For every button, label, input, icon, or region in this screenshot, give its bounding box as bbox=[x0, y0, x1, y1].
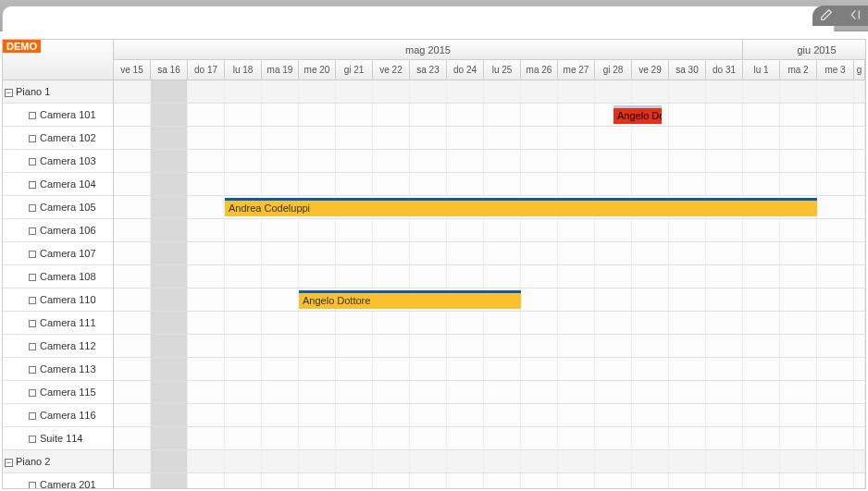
checkbox-icon[interactable] bbox=[29, 227, 36, 235]
timeline-cell[interactable] bbox=[410, 127, 447, 149]
timeline-cell[interactable] bbox=[558, 173, 595, 195]
timeline-cell[interactable] bbox=[225, 173, 262, 195]
timeline-cell[interactable] bbox=[558, 450, 595, 473]
timeline-cell[interactable] bbox=[669, 104, 706, 126]
timeline-cell[interactable] bbox=[521, 265, 558, 288]
timeline-cell[interactable] bbox=[373, 381, 410, 403]
timeline-cell[interactable] bbox=[743, 473, 780, 488]
timeline-cell[interactable] bbox=[188, 80, 225, 103]
timeline-row[interactable] bbox=[114, 219, 865, 242]
timeline-cell[interactable] bbox=[706, 265, 743, 288]
timeline-cell[interactable] bbox=[336, 312, 373, 334]
timeline-cell[interactable] bbox=[447, 150, 484, 172]
timeline-cell[interactable] bbox=[336, 427, 373, 449]
timeline-cell[interactable] bbox=[299, 127, 336, 149]
day-cell[interactable]: gi 21 bbox=[336, 60, 373, 80]
timeline-cell[interactable] bbox=[780, 450, 817, 473]
timeline-cell[interactable] bbox=[669, 312, 706, 334]
timeline-cell[interactable] bbox=[595, 80, 632, 103]
timeline-cell[interactable] bbox=[336, 80, 373, 103]
timeline-cell[interactable] bbox=[225, 288, 262, 311]
timeline-cell[interactable] bbox=[669, 450, 706, 473]
timeline-cell[interactable] bbox=[373, 404, 410, 426]
timeline-cell[interactable] bbox=[484, 242, 521, 264]
timeline-cell[interactable] bbox=[632, 404, 669, 426]
timeline-cell[interactable] bbox=[225, 473, 262, 488]
timeline-cell[interactable] bbox=[669, 265, 706, 288]
day-cell[interactable]: gi 28 bbox=[595, 60, 632, 80]
timeline-cell[interactable] bbox=[114, 335, 151, 357]
timeline-cell[interactable] bbox=[521, 404, 558, 426]
timeline-cell[interactable] bbox=[595, 127, 632, 149]
timeline-cell[interactable] bbox=[669, 80, 706, 103]
timeline-cell[interactable] bbox=[521, 219, 558, 241]
timeline-cell[interactable] bbox=[373, 242, 410, 264]
timeline-cell[interactable] bbox=[632, 219, 669, 241]
collapse-toggle-icon[interactable]: − bbox=[5, 459, 13, 467]
timeline-cell[interactable] bbox=[484, 335, 521, 357]
timeline-cell[interactable] bbox=[743, 312, 780, 334]
timeline-cell[interactable] bbox=[262, 335, 299, 357]
timeline-cell[interactable] bbox=[151, 265, 188, 288]
timeline-cell[interactable] bbox=[780, 335, 817, 357]
timeline-cell[interactable] bbox=[336, 219, 373, 241]
day-cell[interactable]: me 3 bbox=[817, 60, 854, 80]
timeline-cell[interactable] bbox=[558, 381, 595, 403]
timeline-cell[interactable] bbox=[706, 473, 743, 488]
timeline-cell[interactable] bbox=[780, 104, 817, 126]
day-cell[interactable]: sa 16 bbox=[151, 60, 188, 80]
timeline-cell[interactable] bbox=[780, 358, 817, 380]
timeline-cell[interactable] bbox=[188, 450, 225, 473]
timeline-cell[interactable] bbox=[558, 404, 595, 426]
timeline-cell[interactable] bbox=[854, 473, 865, 488]
resource-group[interactable]: −Piano 1 bbox=[3, 80, 113, 104]
day-cell[interactable]: ve 22 bbox=[373, 60, 410, 80]
timeline-cell[interactable] bbox=[225, 335, 262, 357]
timeline-cell[interactable] bbox=[225, 150, 262, 172]
timeline-row[interactable] bbox=[114, 242, 865, 265]
timeline-cell[interactable] bbox=[817, 104, 854, 126]
booking-event[interactable]: Andrea Codeluppi bbox=[225, 198, 817, 216]
timeline-cell[interactable] bbox=[817, 427, 854, 449]
timeline-cell[interactable] bbox=[447, 381, 484, 403]
resource-row[interactable]: Camera 115 bbox=[3, 381, 113, 404]
day-cell[interactable]: me 27 bbox=[558, 60, 595, 80]
day-cell[interactable]: ma 19 bbox=[262, 60, 299, 80]
active-tab[interactable] bbox=[2, 6, 835, 31]
timeline-cell[interactable] bbox=[373, 265, 410, 288]
timeline-cell[interactable] bbox=[706, 335, 743, 357]
timeline-cell[interactable] bbox=[114, 381, 151, 403]
checkbox-icon[interactable] bbox=[29, 297, 36, 304]
timeline-cell[interactable] bbox=[336, 150, 373, 172]
timeline-cell[interactable] bbox=[595, 312, 632, 334]
timeline-cell[interactable] bbox=[262, 473, 299, 488]
timeline-cell[interactable] bbox=[817, 335, 854, 357]
timeline-cell[interactable] bbox=[595, 173, 632, 195]
timeline-cell[interactable] bbox=[521, 104, 558, 126]
timeline-cell[interactable] bbox=[817, 173, 854, 195]
timeline-cell[interactable] bbox=[780, 312, 817, 334]
checkbox-icon[interactable] bbox=[29, 251, 36, 258]
timeline-cell[interactable] bbox=[484, 450, 521, 473]
timeline-cell[interactable] bbox=[595, 335, 632, 357]
timeline-cell[interactable] bbox=[521, 242, 558, 264]
timeline-cell[interactable] bbox=[151, 150, 188, 172]
checkbox-icon[interactable] bbox=[29, 274, 36, 281]
day-cell[interactable]: ve 15 bbox=[114, 60, 151, 80]
timeline-cell[interactable] bbox=[521, 473, 558, 488]
timeline-cell[interactable] bbox=[151, 288, 188, 311]
timeline-cell[interactable] bbox=[262, 104, 299, 126]
timeline-cell[interactable] bbox=[743, 104, 780, 126]
timeline-cell[interactable] bbox=[521, 150, 558, 172]
timeline-cell[interactable] bbox=[188, 265, 225, 288]
timeline-cell[interactable] bbox=[410, 242, 447, 264]
timeline-cell[interactable] bbox=[706, 358, 743, 380]
timeline-cell[interactable] bbox=[188, 196, 225, 218]
timeline-cell[interactable] bbox=[373, 358, 410, 380]
timeline-cell[interactable] bbox=[188, 150, 225, 172]
timeline-cell[interactable] bbox=[225, 358, 262, 380]
timeline-cell[interactable] bbox=[484, 150, 521, 172]
checkbox-icon[interactable] bbox=[29, 366, 36, 374]
timeline-cell[interactable] bbox=[854, 381, 865, 403]
timeline-cell[interactable] bbox=[447, 404, 484, 426]
